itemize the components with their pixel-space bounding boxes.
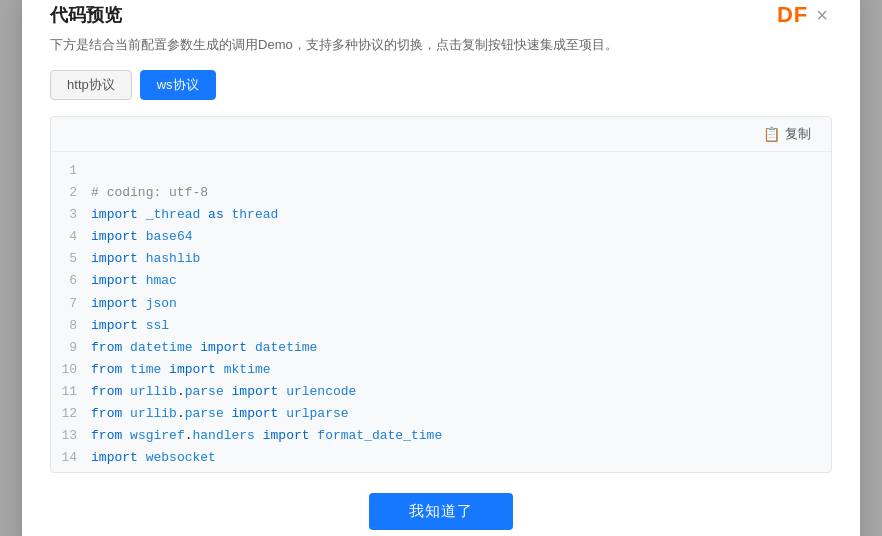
code-line-1: [91, 160, 815, 182]
code-line-15: [91, 469, 815, 472]
code-block: 1 2 3 4 5 6 7 8 9 10 11 12 13 14: [51, 152, 831, 472]
code-line-10: from time import mktime: [91, 359, 815, 381]
close-button[interactable]: ×: [812, 5, 832, 25]
code-area-wrapper: 📋 复制 1 2 3 4 5 6 7 8 9 10: [50, 116, 832, 473]
modal-logo-area: DF ×: [777, 2, 832, 28]
modal-header: 代码预览 DF ×: [50, 2, 832, 28]
code-line-9: from datetime import datetime: [91, 337, 815, 359]
code-line-5: import hashlib: [91, 248, 815, 270]
modal-overlay: 代码预览 DF × 下方是结合当前配置参数生成的调用Demo，支持多种协议的切换…: [0, 0, 882, 536]
code-line-7: import json: [91, 293, 815, 315]
line-numbers: 1 2 3 4 5 6 7 8 9 10 11 12 13 14: [51, 160, 91, 472]
modal-title: 代码预览: [50, 3, 122, 27]
code-line-2: # coding: utf-8: [91, 182, 815, 204]
modal-footer: 我知道了: [50, 493, 832, 530]
code-scroll-outer[interactable]: 1 2 3 4 5 6 7 8 9 10 11 12 13 14: [51, 152, 831, 472]
tab-bar: http协议 ws协议: [50, 70, 832, 100]
code-line-4: import base64: [91, 226, 815, 248]
modal-dialog: 代码预览 DF × 下方是结合当前配置参数生成的调用Demo，支持多种协议的切换…: [22, 0, 860, 536]
copy-button[interactable]: 📋 复制: [757, 123, 817, 145]
code-line-11: from urllib.parse import urlencode: [91, 381, 815, 403]
copy-icon: 📋: [763, 126, 780, 142]
tab-ws[interactable]: ws协议: [140, 70, 216, 100]
code-line-13: from wsgiref.handlers import format_date…: [91, 425, 815, 447]
modal-description: 下方是结合当前配置参数生成的调用Demo，支持多种协议的切换，点击复制按钮快速集…: [50, 36, 832, 54]
code-content: # coding: utf-8 import _thread as thread…: [91, 160, 831, 472]
copy-bar: 📋 复制: [51, 117, 831, 152]
confirm-button[interactable]: 我知道了: [369, 493, 513, 530]
code-line-6: import hmac: [91, 270, 815, 292]
code-line-14: import websocket: [91, 447, 815, 469]
code-line-3: import _thread as thread: [91, 204, 815, 226]
code-line-12: from urllib.parse import urlparse: [91, 403, 815, 425]
code-line-8: import ssl: [91, 315, 815, 337]
copy-label: 复制: [785, 125, 811, 143]
logo-df: DF: [777, 2, 808, 28]
tab-http[interactable]: http协议: [50, 70, 132, 100]
